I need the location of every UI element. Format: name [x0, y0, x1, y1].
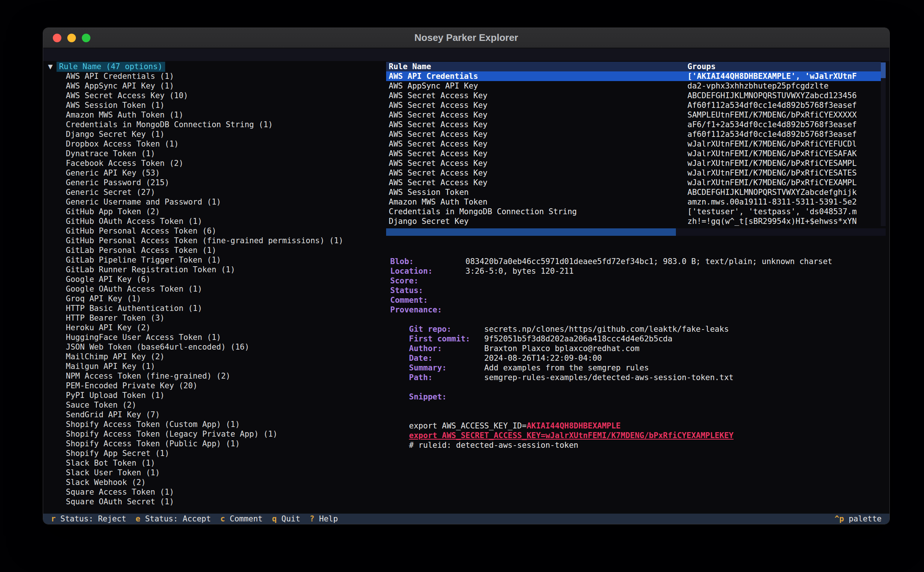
finding-row[interactable]: AWS Secret Access KeyAf60f112a534df0cc1e… [386, 100, 886, 110]
rule-filter-item[interactable]: Shopify Access Token (Custom App) (1) [48, 420, 386, 429]
window-titlebar[interactable]: Nosey Parker Explorer [43, 28, 890, 48]
finding-groups: ABCDEFGHIJKLMNOPQRSTUVWXYZabcd123456 [688, 91, 886, 100]
rule-filter-item[interactable]: GitLab Runner Registration Token (1) [48, 265, 386, 275]
rule-filter-item[interactable]: Heroku API Key (2) [48, 323, 386, 333]
finding-groups: da2-vphx3xhhzbhutep25pfcgdzlte [688, 81, 886, 91]
rule-filter-item[interactable]: Shopify App Secret (1) [48, 449, 386, 458]
vertical-scrollbar-thumb[interactable] [881, 62, 886, 78]
shortcut-label: Status: Reject [56, 514, 126, 523]
finding-row[interactable]: Credentials in MongoDB Connection String… [386, 207, 886, 216]
finding-row[interactable]: AWS Session TokenABCDEFGHIJKLMNOPQRSTVWX… [386, 187, 886, 197]
rule-filter-item[interactable]: PyPI Upload Token (1) [48, 390, 386, 400]
rule-filter-item[interactable]: Facebook Access Token (2) [48, 159, 386, 168]
rule-filter-item[interactable]: AWS Secret Access Key (10) [48, 91, 386, 100]
statusbar-shortcut[interactable]: r Status: Reject [51, 514, 126, 524]
rule-filter-item[interactable]: Slack Bot Token (1) [48, 458, 386, 468]
rule-filter-item[interactable]: NPM Access Token (fine-grained) (2) [48, 371, 386, 381]
rule-filter-item[interactable]: Amazon MWS Auth Token (1) [48, 110, 386, 120]
finding-row[interactable]: AWS Secret Access KeywJalrXUtnFEMI/K7MDE… [386, 139, 886, 149]
rule-filter-item[interactable]: Slack User Token (1) [48, 468, 386, 477]
rule-filter-item[interactable]: Slack Webhook (2) [48, 477, 386, 487]
horizontal-scrollbar[interactable] [386, 228, 886, 236]
finding-row[interactable]: AWS Secret Access KeywJalrXUtnFEMI/K7MDE… [386, 149, 886, 159]
detail-label: Provenance: [390, 305, 465, 315]
rule-filter-item[interactable]: Shopify Access Token (Legacy Private App… [48, 429, 386, 439]
rule-filter-item[interactable]: HuggingFace User Access Token (1) [48, 333, 386, 342]
detail-field: Summary:Add examples from the semgrep ru… [390, 363, 886, 373]
finding-rule-name: AWS Secret Access Key [386, 120, 688, 129]
rule-filter-item[interactable]: AWS AppSync API Key (1) [48, 81, 386, 91]
finding-row[interactable]: AWS Secret Access KeywJalrXUtnFEMI/K7MDE… [386, 159, 886, 168]
rule-filter-item[interactable]: HTTP Basic Authentication (1) [48, 303, 386, 313]
statusbar-shortcut[interactable]: e Status: Accept [136, 514, 211, 524]
finding-row[interactable]: AWS Secret Access KeyaF6/f1+2a534df0cc1e… [386, 120, 886, 129]
findings-pane: Rule Name Groups AWS API Credentials['AK… [386, 62, 886, 514]
rule-filter-item[interactable]: Django Secret Key (1) [48, 129, 386, 139]
rule-filter-item[interactable]: Sauce Token (2) [48, 400, 386, 410]
rule-filter-item[interactable]: GitLab Pipeline Trigger Token (1) [48, 255, 386, 265]
filters-title: Rule Name (47 options) [56, 62, 165, 72]
rule-filter-item[interactable]: Shopify Access Token (Public App) (1) [48, 439, 386, 449]
rule-filter-item[interactable]: Generic API Key (53) [48, 168, 386, 178]
finding-row[interactable]: Django Secret Keyzh!=!gq(w^_t[sBR29954x)… [386, 216, 886, 226]
statusbar-shortcut[interactable]: c Comment [220, 514, 263, 524]
finding-row[interactable]: AWS Secret Access KeyABCDEFGHIJKLMNOPQRS… [386, 91, 886, 100]
snippet-line: export AWS_ACCESS_KEY_ID=AKIAI44QH8DHBEX… [390, 421, 886, 431]
shortcut-key: r [51, 514, 56, 523]
rule-filter-item[interactable]: Generic Password (215) [48, 178, 386, 187]
horizontal-scrollbar-thumb[interactable] [386, 228, 676, 236]
finding-row[interactable]: AWS Secret Access KeywJalrXUtnFEMI/K7MDE… [386, 178, 886, 187]
rule-filter-item[interactable]: AWS Session Token (1) [48, 100, 386, 110]
rule-filter-item[interactable]: Generic Username and Password (1) [48, 197, 386, 207]
rule-filter-item[interactable]: GitLab Personal Access Token (1) [48, 246, 386, 255]
finding-rule-name: AWS Secret Access Key [386, 110, 688, 120]
filters-header[interactable]: ▼ Rule Name (47 options) [48, 62, 386, 72]
zoom-button[interactable] [82, 33, 90, 42]
finding-row[interactable]: AWS API Credentials['AKIAI44QH8DHBEXAMPL… [386, 72, 886, 81]
statusbar-palette[interactable]: ^ppalette [787, 504, 882, 524]
finding-row[interactable]: AWS Secret Access KeySAMPLEUtnFEMI/K7MDE… [386, 110, 886, 120]
rule-filter-item[interactable]: Square OAuth Secret (1) [48, 497, 386, 507]
detail-value: semgrep-rules-examples/detected-aws-sess… [484, 373, 734, 382]
finding-row[interactable]: Amazon MWS Auth Tokenamzn.mws.00a19111-8… [386, 197, 886, 207]
rule-filter-item[interactable]: MailChimp API Key (2) [48, 352, 386, 362]
statusbar: r Status: Rejecte Status: Acceptc Commen… [43, 514, 890, 524]
detail-value: secrets.np/clones/https/github.com/leakt… [484, 325, 729, 334]
rule-filter-item[interactable]: Generic Secret (27) [48, 187, 386, 197]
rule-filter-item[interactable]: JSON Web Token (base64url-encoded) (16) [48, 342, 386, 352]
detail-label: Git repo: [409, 324, 484, 334]
collapse-arrow-icon[interactable]: ▼ [48, 62, 53, 72]
vertical-scrollbar[interactable] [881, 62, 886, 226]
statusbar-shortcuts: r Status: Rejecte Status: Acceptc Commen… [51, 514, 787, 524]
finding-row[interactable]: AWS Secret Access Keyaf60f112a534df0cc1e… [386, 129, 886, 139]
rule-filter-item[interactable]: GitHub App Token (2) [48, 207, 386, 216]
rule-filter-item[interactable]: Credentials in MongoDB Connection String… [48, 120, 386, 129]
rule-filter-item[interactable]: PEM-Encoded Private Key (20) [48, 381, 386, 390]
finding-row[interactable]: AWS AppSync API Keyda2-vphx3xhhzbhutep25… [386, 81, 886, 91]
rule-filter-item[interactable]: HTTP Bearer Token (3) [48, 313, 386, 323]
rule-filter-item[interactable]: Google API Key (6) [48, 275, 386, 284]
finding-groups: ABCDEFGHIJKLMNOPQRSTVWXYZabcdefghijk [688, 187, 886, 197]
close-button[interactable] [53, 33, 61, 42]
rule-filter-item[interactable]: Mailgun API Key (1) [48, 362, 386, 371]
snippet-segment: export AWS_SECRET_ACCESS_KEY=wJalrXUtnFE… [409, 431, 734, 440]
rule-filter-item[interactable]: AWS API Credentials (1) [48, 72, 386, 81]
app-header: Nosey Parker Explorer v0.23.0.dev0 — /Us… [43, 48, 890, 61]
rule-filter-item[interactable]: Google OAuth Access Token (1) [48, 284, 386, 294]
rule-filter-item[interactable]: GitHub Personal Access Token (fine-grain… [48, 236, 386, 246]
findings-table-header: Rule Name Groups [386, 62, 886, 72]
rule-filter-item[interactable]: Groq API Key (1) [48, 294, 386, 303]
rule-filter-item[interactable]: SendGrid API Key (7) [48, 410, 386, 420]
finding-row[interactable]: AWS Secret Access KeywJalrXUtnFEMI/K7MDE… [386, 168, 886, 178]
statusbar-shortcut[interactable]: q Quit [272, 514, 300, 524]
rule-filter-item[interactable]: Dropbox Access Token (1) [48, 139, 386, 149]
finding-groups: zh!=!gq(w^_t[sBR29954x)HI+$ehwss*xYN [688, 216, 886, 226]
rule-filter-item[interactable]: Dynatrace Token (1) [48, 149, 386, 159]
rule-filter-item[interactable]: Square Access Token (1) [48, 487, 386, 497]
finding-groups: wJalrXUtnFEMI/K7MDENG/bPxRfiCYESAMPL [688, 159, 886, 168]
rule-filter-item[interactable]: GitHub OAuth Access Token (1) [48, 216, 386, 226]
statusbar-shortcut[interactable]: ? Help [310, 514, 338, 524]
minimize-button[interactable] [67, 33, 76, 42]
rule-filter-item[interactable]: GitHub Personal Access Token (6) [48, 226, 386, 236]
finding-rule-name: Amazon MWS Auth Token [386, 197, 688, 207]
